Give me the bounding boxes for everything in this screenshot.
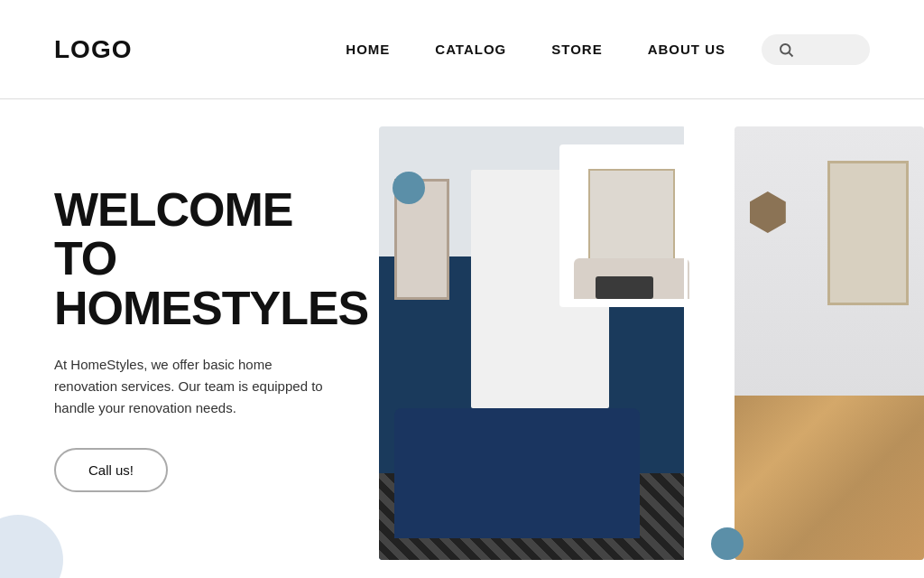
nav-item-home[interactable]: HOME [346, 42, 390, 57]
decorative-circle-bottom-left [0, 515, 63, 578]
hero-description: At HomeStyles, we offer basic home renov… [54, 354, 325, 419]
logo[interactable]: LOGO [54, 35, 132, 64]
header: LOGO HOME CATALOG STORE ABOUT US [0, 0, 924, 99]
hero-content: WELCOME TO HOMESTYLES At HomeStyles, we … [0, 99, 379, 578]
hero-headline: WELCOME TO HOMESTYLES [54, 185, 325, 333]
image-panel-wooden-room [735, 126, 924, 560]
decorative-circle-top [393, 172, 425, 204]
svg-point-0 [781, 44, 790, 54]
decorative-circle-bottom-right [711, 527, 744, 560]
search-icon [778, 42, 794, 58]
nav-item-store[interactable]: STORE [551, 42, 602, 57]
panel-divider [684, 126, 688, 560]
hero-image-collage [379, 99, 924, 578]
wooden-room-scene [735, 126, 924, 560]
cta-button[interactable]: Call us! [54, 448, 168, 492]
floor-carpet [379, 473, 686, 560]
nav-item-about-us[interactable]: ABOUT US [648, 42, 725, 57]
hexagon-wall-decor [750, 191, 786, 233]
coffee-table-overlay [596, 276, 653, 299]
nav-item-catalog[interactable]: CATALOG [435, 42, 506, 57]
floating-white-panel [559, 144, 704, 307]
main-section: WELCOME TO HOMESTYLES At HomeStyles, we … [0, 99, 924, 578]
svg-line-1 [789, 52, 792, 56]
search-box[interactable] [762, 34, 870, 65]
nav: HOME CATALOG STORE ABOUT US [346, 42, 725, 57]
